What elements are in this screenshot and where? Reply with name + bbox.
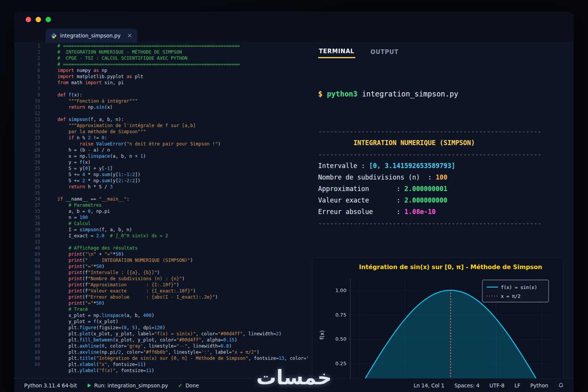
svg-text:Intégration de sin(x) sur [0,: Intégration de sin(x) sur [0, π] - Métho… [359,263,542,271]
code-text: h = (b - a) / n [57,147,110,153]
tab-output[interactable]: OUTPUT [370,45,399,58]
code-text: S = y[0] + y[-1] [57,165,113,172]
line-number: 29 [22,147,40,153]
code-text: def f(x): [57,92,82,98]
line-number: 2 [22,49,40,55]
code-line-row: 89 print("\n" + "="*50) [22,251,307,257]
code-text: if n % 2 != 0: [57,135,107,141]
line-number: 94 [22,263,40,270]
svg-text:f(x): f(x) [319,330,325,340]
code-text: plt.plot(x_plot, y_plot, label="f(x) = s… [57,331,281,337]
code-line-row: 15 par la méthode de Simpson""" [22,129,307,135]
code-line-row: 34if __name__ == "__main__": [22,196,307,202]
code-line-row: 19 """Fonction à intégrer""" [22,98,307,104]
code-line-row: 25 return h * S / 3 [22,184,307,190]
code-text: import matplotlib.pyplot as plt [57,74,143,80]
line-number: 4 [22,61,40,67]
line-number: 90 [22,355,40,361]
terminal-lines: ----------------------------------------… [318,126,567,229]
line-number: 13 [22,116,40,122]
code-line-row: 24 raise ValueError("n doit être pair po… [22,141,307,147]
line-number: 6 [22,67,40,74]
code-text: y_plot = f(x_plot) [57,318,118,325]
code-text: par la méthode de Simpson""" [57,129,146,135]
window-close-button[interactable] [26,17,31,22]
code-text: plt.xlabel("x", fontsize=11) [57,361,146,368]
code-line-row: 89 plt.axvline(np.pi/2, color="#ff6b6b",… [22,349,307,355]
window-titlebar [14,11,574,28]
code-line-row: 1# =====================================… [22,43,307,49]
tab-close-icon[interactable]: × [127,32,132,39]
terminal-line: ----------------------------------------… [318,217,567,229]
line-number: 89 [22,349,40,355]
code-text: print(" INTEGRATION NUMERIQUE (SIMPSON)"… [57,257,193,263]
code-line-row: 9def f(x): [22,92,307,98]
window-minimize-button[interactable] [36,17,41,22]
figure-panel: 0.000.791.572.363.140.000.250.500.751.00… [312,257,564,392]
language-mode[interactable]: Python [530,382,548,389]
code-text: """Approximation de l'intégrale de f sur… [57,122,196,129]
code-text: x_plot = np.linspace(a, b, 400) [57,312,154,318]
code-line-row: 35 n = 100 [22,214,307,220]
run-button[interactable]: Run: integration_simpson.py [87,382,168,389]
line-number: 89 [22,331,40,337]
tab-integration-simpson[interactable]: integration_simpson.py × [46,29,137,42]
svg-text:0.50: 0.50 [335,336,346,342]
code-line-row: 89 plt.plot(x_plot, y_plot, label="f(x) … [22,331,307,337]
cursor-position[interactable]: Ln 14, Col 1 [413,382,444,389]
line-number: 37 [22,202,40,208]
code-line-row: 11 return np.sin(x) [22,104,307,110]
check-icon: ✓ [178,382,183,389]
encoding-setting[interactable]: UTF-8 [490,382,505,389]
code-line-row: 89 plt.fill_between(x_plot, y_plot, colo… [22,337,307,343]
line-number: 88 [22,270,40,276]
code-lines: 1# =====================================… [22,43,307,374]
line-number: 88 [22,300,40,306]
notifications-bell-icon[interactable] [558,382,564,388]
line-number: 33 [22,208,40,214]
terminal-line: Erreur absolue : 1.08e-10 [318,206,567,217]
tab-filename: integration_simpson.py [60,33,121,39]
code-text: if __name__ == "__main__": [57,196,129,202]
window-zoom-button[interactable] [46,17,51,22]
statusbar-left: Python 3.11.4 64-bit Run: integration_si… [24,382,199,389]
line-number: 7 [22,80,40,86]
prompt-program: python3 [327,90,358,98]
code-line-row: 89 x_plot = np.linspace(a, b, 400) [22,312,307,318]
code-text: plt.ylabel("f(x)", fontsize=11) [57,368,154,374]
code-text: # ======================================… [57,43,240,49]
code-line-row: 89 print(f"Erreur absolue : {abs(I - I_e… [22,294,307,300]
line-number: 15 [22,129,40,135]
code-text: """Fonction à intégrer""" [57,98,138,104]
code-text: print(f"Nombre de subdivisions (n) : {n}… [57,276,185,282]
code-line-row: 2# INTEGRATION NUMERIQUE - MÉTHODE DE SI… [22,49,307,55]
code-text: raise ValueError("n doit être pair pour … [57,141,220,147]
code-text: print("="*50) [57,263,105,270]
code-editor[interactable]: 1# =====================================… [22,43,307,374]
code-line-row: 88 print(" INTEGRATION NUMERIQUE (SIMPSO… [22,257,307,263]
line-number: 89 [22,251,40,257]
line-number: 27 [22,172,40,178]
line-number: 39 [22,227,40,233]
code-text: print("="*50) [57,300,105,306]
code-line-row: 33 a, b = 0, np.pi [22,208,307,214]
terminal-prompt: $ python3 integration_simpson.py [318,88,567,100]
code-line-row: 29 x = np.linspace(a, b, n + 1) [22,153,307,159]
code-text: S += 4 * np.sum(y[1:-1:2]) [57,172,140,178]
code-text: plt.title("Intégration de sin(x) sur [0,… [57,355,334,361]
line-number: 86 [22,276,40,282]
code-text: # Paramètres [57,202,102,208]
code-text: plt.axvline(np.pi/2, color="#ff6b6b", li… [57,349,259,355]
line-number: 89 [22,318,40,325]
python-interpreter[interactable]: Python 3.11.4 64-bit [24,382,77,389]
line-number: 89 [22,343,40,349]
indentation-setting[interactable]: Spaces: 4 [454,382,480,389]
tab-terminal[interactable]: TERMINAL [318,44,355,58]
sin-curve-chart: 0.000.791.572.363.140.000.250.500.751.00… [315,261,561,392]
terminal-line: ----------------------------------------… [318,126,567,137]
code-line-row: 86 print(f"Nombre de subdivisions (n) : … [22,276,307,282]
line-number: 88 [22,288,40,294]
svg-text:0.25: 0.25 [335,361,346,366]
line-number: 2 [22,55,40,61]
eol-setting[interactable]: LF [514,382,520,389]
